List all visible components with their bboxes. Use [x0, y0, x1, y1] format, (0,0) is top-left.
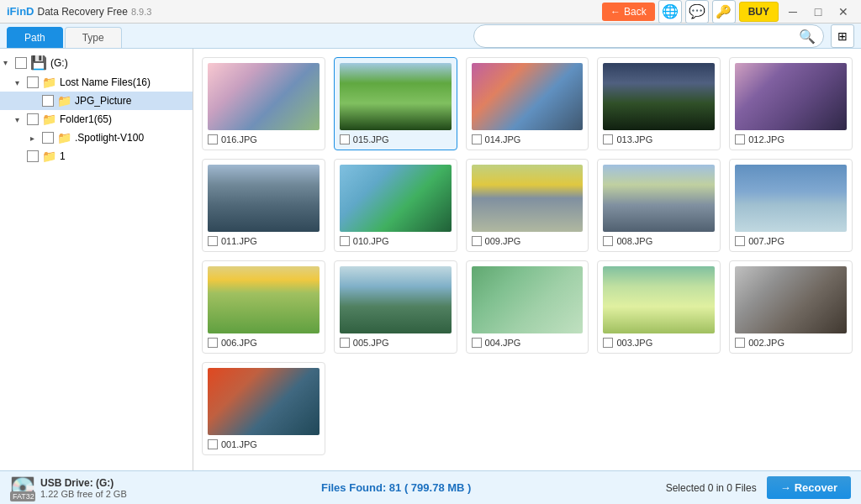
file-checkbox[interactable]	[735, 134, 745, 144]
minimize-button[interactable]: ─	[782, 3, 804, 20]
file-checkbox[interactable]	[603, 236, 613, 246]
file-label: 011.JPG	[208, 236, 320, 246]
file-item-f012[interactable]: 012.JPG	[729, 57, 853, 150]
drive-info: 💽 FAT32 USB Drive: (G:) 1.22 GB free of …	[10, 476, 127, 500]
tab-bar: Path Type 🔍 ⊞	[0, 24, 861, 49]
grid-view-icon: ⊞	[837, 29, 848, 43]
file-item-f013[interactable]: 013.JPG	[597, 57, 721, 150]
file-checkbox[interactable]	[208, 134, 218, 144]
chevron-down-icon: ▾	[15, 78, 27, 87]
file-thumbnail	[208, 368, 320, 435]
file-item-f014[interactable]: 014.JPG	[466, 57, 589, 150]
file-thumbnail	[603, 266, 715, 333]
file-name: 001.JPG	[221, 439, 257, 449]
file-checkbox[interactable]	[208, 236, 218, 246]
sidebar-item-lost-name-files[interactable]: ▾ 📁 Lost Name Files(16)	[0, 73, 193, 92]
file-thumbnail	[472, 266, 584, 333]
file-name: 006.JPG	[221, 338, 257, 348]
file-item-f004[interactable]: 004.JPG	[466, 260, 589, 354]
file-checkbox[interactable]	[340, 134, 350, 144]
app-version: 8.9.3	[131, 7, 151, 17]
file-label: 003.JPG	[603, 338, 715, 348]
file-name: 010.JPG	[353, 236, 389, 246]
file-checkbox[interactable]	[340, 236, 350, 246]
drive-size: 1.22 GB free of 2 GB	[40, 489, 127, 499]
file-checkbox[interactable]	[472, 134, 482, 144]
file-checkbox[interactable]	[603, 134, 613, 144]
back-button[interactable]: ← Back	[602, 3, 655, 21]
sidebar-item-folder1[interactable]: ▾ 📁 Folder1(65)	[0, 110, 193, 129]
jpg-picture-checkbox[interactable]	[42, 95, 54, 107]
file-thumbnail	[208, 63, 320, 130]
main-content: ▾ 💾 (G:) ▾ 📁 Lost Name Files(16) 📁 JPG_P…	[0, 49, 861, 470]
chat-icon-button[interactable]: 💬	[685, 0, 709, 24]
file-checkbox[interactable]	[603, 338, 613, 348]
file-item-f006[interactable]: 006.JPG	[202, 260, 325, 354]
sidebar-item-label: JPG_Picture	[75, 95, 131, 107]
file-label: 004.JPG	[472, 338, 584, 348]
key-icon-button[interactable]: 🔑	[712, 0, 736, 24]
file-checkbox[interactable]	[472, 236, 482, 246]
file-name: 013.JPG	[616, 134, 652, 144]
titlebar: iFinD Data Recovery Free 8.9.3 ← Back 🌐 …	[0, 0, 861, 24]
file-item-f003[interactable]: 003.JPG	[597, 260, 721, 354]
spotlight-checkbox[interactable]	[42, 132, 54, 144]
file-name: 015.JPG	[353, 134, 389, 144]
folder-icon: 📁	[42, 150, 56, 163]
file-thumbnail	[603, 63, 715, 130]
folder1-checkbox[interactable]	[27, 113, 39, 125]
file-item-f001[interactable]: 001.JPG	[202, 362, 325, 455]
file-checkbox[interactable]	[208, 439, 218, 449]
file-label: 008.JPG	[603, 236, 715, 246]
chevron-right-icon: ▸	[30, 134, 42, 143]
lost-files-checkbox[interactable]	[27, 76, 39, 88]
file-item-f005[interactable]: 005.JPG	[334, 260, 457, 354]
file-label: 012.JPG	[735, 134, 847, 144]
sidebar-item-folder-1[interactable]: 📁 1	[0, 147, 193, 165]
file-label: 005.JPG	[340, 338, 452, 348]
file-item-f011[interactable]: 011.JPG	[202, 159, 325, 252]
restore-button[interactable]: □	[807, 3, 829, 20]
file-thumbnail	[340, 165, 452, 232]
back-label: Back	[624, 6, 647, 18]
file-item-f010[interactable]: 010.JPG	[334, 159, 457, 252]
view-toggle-button[interactable]: ⊞	[831, 24, 854, 48]
folder1-item-checkbox[interactable]	[27, 150, 39, 162]
tab-path[interactable]: Path	[7, 27, 63, 48]
sidebar-item-drive-g[interactable]: ▾ 💾 (G:)	[0, 52, 193, 73]
file-checkbox[interactable]	[735, 236, 745, 246]
file-checkbox[interactable]	[340, 338, 350, 348]
file-item-f016[interactable]: 016.JPG	[202, 57, 325, 150]
buy-button[interactable]: BUY	[739, 2, 779, 22]
key-icon: 🔑	[716, 4, 732, 19]
recover-button[interactable]: → Recover	[767, 476, 851, 499]
file-item-f015[interactable]: 015.JPG	[334, 57, 457, 150]
search-input[interactable]	[473, 24, 824, 48]
file-label: 015.JPG	[340, 134, 452, 144]
drive-checkbox[interactable]	[15, 57, 27, 69]
sidebar-item-jpg-picture[interactable]: 📁 JPG_Picture	[0, 92, 193, 110]
file-name: 002.JPG	[748, 338, 784, 348]
file-label: 002.JPG	[735, 338, 847, 348]
file-label: 007.JPG	[735, 236, 847, 246]
file-checkbox[interactable]	[735, 338, 745, 348]
file-item-f002[interactable]: 002.JPG	[729, 260, 853, 354]
app-logo: iFinD Data Recovery Free 8.9.3	[7, 5, 151, 18]
logo-find: iFinD	[7, 5, 34, 18]
file-name: 014.JPG	[485, 134, 521, 144]
file-checkbox[interactable]	[208, 338, 218, 348]
file-name: 008.JPG	[616, 236, 652, 246]
tab-type[interactable]: Type	[65, 27, 122, 48]
file-checkbox[interactable]	[472, 338, 482, 348]
file-name: 005.JPG	[353, 338, 389, 348]
file-item-f009[interactable]: 009.JPG	[466, 159, 589, 252]
file-item-f007[interactable]: 007.JPG	[729, 159, 853, 252]
sidebar-item-spotlight[interactable]: ▸ 📁 .Spotlight-V100	[0, 129, 193, 147]
file-name: 012.JPG	[748, 134, 784, 144]
file-item-f008[interactable]: 008.JPG	[597, 159, 721, 252]
globe-icon-button[interactable]: 🌐	[658, 0, 682, 24]
file-name: 009.JPG	[485, 236, 521, 246]
file-label: 009.JPG	[472, 236, 584, 246]
close-button[interactable]: ✕	[832, 3, 854, 20]
file-label: 001.JPG	[208, 439, 320, 449]
